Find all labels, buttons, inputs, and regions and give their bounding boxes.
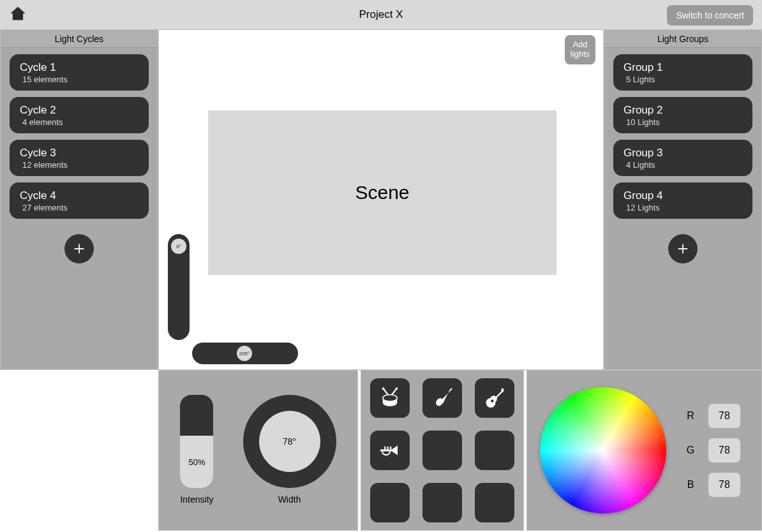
group-name: Group 3 <box>624 146 742 160</box>
cycle-item[interactable]: Cycle 4 27 elements <box>10 182 149 219</box>
cycle-sub: 4 elements <box>20 117 138 127</box>
preset-empty-button[interactable] <box>370 483 410 522</box>
group-sub: 12 Lights <box>624 203 742 212</box>
b-value-input[interactable]: 78 <box>708 473 740 497</box>
group-item[interactable]: Group 4 12 Lights <box>613 182 752 219</box>
r-value-input[interactable]: 78 <box>708 404 740 428</box>
color-wheel[interactable] <box>540 387 666 514</box>
intensity-value: 50% <box>180 436 213 488</box>
group-sub: 5 Lights <box>624 75 742 84</box>
intensity-label: Intensity <box>180 494 213 505</box>
width-label: Width <box>278 494 301 505</box>
preset-empty-button[interactable] <box>475 483 514 522</box>
cycle-sub: 27 elements <box>20 203 138 212</box>
preset-empty-button[interactable] <box>422 431 462 470</box>
plus-icon <box>72 242 86 256</box>
group-item[interactable]: Group 1 5 Lights <box>613 54 752 91</box>
cycle-sub: 15 elements <box>20 75 138 84</box>
preset-drum-button[interactable] <box>370 378 410 418</box>
group-name: Group 1 <box>624 61 742 75</box>
trumpet-icon <box>378 439 401 462</box>
group-item[interactable]: Group 2 10 Lights <box>613 97 752 133</box>
svg-rect-17 <box>387 447 389 450</box>
light-groups-header: Light Groups <box>604 30 761 48</box>
cycle-name: Cycle 4 <box>20 189 138 203</box>
plus-icon <box>676 242 690 256</box>
cycle-item[interactable]: Cycle 3 12 elements <box>10 140 149 176</box>
preset-empty-button[interactable] <box>475 431 514 470</box>
drum-icon <box>378 387 401 410</box>
cycle-name: Cycle 1 <box>20 61 138 75</box>
color-panel: R 78 G 78 B 78 <box>527 370 762 531</box>
pan-slider[interactable]: 205° <box>192 343 298 364</box>
group-item[interactable]: Group 3 4 Lights <box>613 140 752 176</box>
cycle-item[interactable]: Cycle 1 15 elements <box>10 54 149 91</box>
g-label: G <box>685 445 696 456</box>
cycle-name: Cycle 3 <box>20 146 138 160</box>
svg-point-14 <box>486 398 496 408</box>
intensity-width-panel: 50% Intensity 78° Width <box>158 370 358 531</box>
add-lights-button[interactable]: Add lights <box>565 35 595 64</box>
add-cycle-button[interactable] <box>64 234 94 263</box>
switch-to-concert-button[interactable]: Switch to concert <box>667 5 753 26</box>
tilt-slider-knob[interactable]: 8° <box>171 239 186 254</box>
width-dial[interactable]: 78° <box>243 395 336 488</box>
instrument-preset-panel <box>361 370 524 531</box>
r-label: R <box>685 410 696 422</box>
intensity-slider[interactable]: 50% <box>180 395 213 488</box>
home-icon[interactable] <box>9 4 27 22</box>
tilt-slider[interactable]: 8° <box>168 234 190 340</box>
svg-point-15 <box>491 399 494 403</box>
cycle-sub: 12 elements <box>20 160 138 170</box>
preset-trumpet-button[interactable] <box>370 431 410 470</box>
width-value: 78° <box>259 411 320 472</box>
electric-guitar-icon <box>431 387 454 410</box>
group-name: Group 4 <box>624 189 742 203</box>
cycle-item[interactable]: Cycle 2 4 elements <box>10 97 149 133</box>
svg-rect-16 <box>384 447 385 450</box>
light-cycles-header: Light Cycles <box>1 30 158 48</box>
g-value-input[interactable]: 78 <box>708 438 740 462</box>
scene-canvas: Add lights Scene 8° 205° <box>158 29 604 370</box>
pan-slider-knob[interactable]: 205° <box>237 346 252 361</box>
svg-point-6 <box>382 387 385 390</box>
acoustic-guitar-icon <box>483 387 506 410</box>
svg-rect-18 <box>390 447 391 450</box>
group-sub: 4 Lights <box>624 160 742 170</box>
add-group-button[interactable] <box>668 234 698 263</box>
top-bar: Project X Switch to concert <box>0 0 762 29</box>
b-label: B <box>685 479 696 491</box>
group-name: Group 2 <box>624 103 742 117</box>
scene-placeholder[interactable]: Scene <box>208 110 557 275</box>
cycle-name: Cycle 2 <box>20 103 138 117</box>
group-sub: 10 Lights <box>624 117 742 127</box>
project-title: Project X <box>359 8 403 21</box>
preset-acoustic-guitar-button[interactable] <box>475 378 514 418</box>
preset-empty-button[interactable] <box>422 483 462 522</box>
svg-point-7 <box>396 387 398 390</box>
light-cycles-panel: Light Cycles Cycle 1 15 elements Cycle 2… <box>0 29 158 370</box>
light-groups-panel: Light Groups Group 1 5 Lights Group 2 10… <box>604 29 762 370</box>
preset-electric-guitar-button[interactable] <box>422 378 462 418</box>
